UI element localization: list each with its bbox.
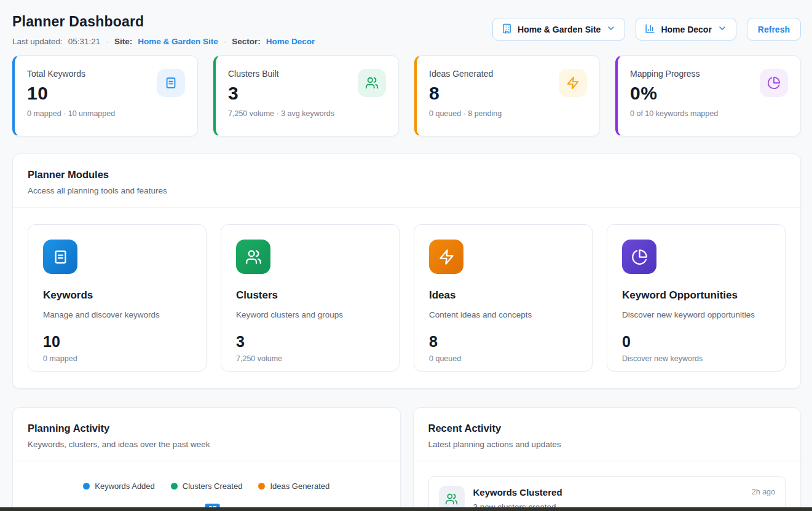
- stat-label: Mapping Progress: [630, 69, 718, 79]
- meta-separator: ·: [224, 37, 227, 46]
- stat-subtext: 7,250 volume · 3 avg keywords: [228, 109, 334, 118]
- building-icon: [502, 23, 512, 36]
- page-header: Planner Dashboard Last updated: 05:31:21…: [12, 12, 801, 46]
- module-description: Discover new keyword opportunities: [622, 310, 770, 319]
- site-selector-value: Home & Garden Site: [518, 25, 601, 34]
- stat-subtext: 0 queued · 8 pending: [429, 109, 502, 118]
- activity-item-keywords-clustered: Keywords Clustered 3 new clusters create…: [428, 476, 786, 511]
- last-updated-label: Last updated:: [12, 37, 63, 46]
- recent-activity-subtitle: Latest planning actions and updates: [428, 440, 786, 449]
- taskbar-edge: [0, 507, 812, 511]
- module-value: 10: [43, 333, 191, 351]
- stats-row: Total Keywords 10 0 mapped · 10 unmapped…: [12, 55, 801, 136]
- legend-dot-orange: [258, 483, 265, 490]
- pie-chart-icon: [622, 240, 656, 274]
- stat-value: 8: [429, 83, 502, 104]
- stat-card-clusters-built: Clusters Built 3 7,250 volume · 3 avg ke…: [213, 55, 399, 136]
- legend-label: Ideas Generated: [270, 482, 329, 491]
- module-value: 3: [236, 333, 384, 351]
- module-title: Keyword Opportunities: [622, 289, 770, 302]
- site-selector-dropdown[interactable]: Home & Garden Site: [492, 18, 625, 41]
- chevron-down-icon: [606, 23, 616, 35]
- module-description: Manage and discover keywords: [43, 310, 191, 319]
- header-meta: Last updated: 05:31:21 · Site: Home & Ga…: [12, 37, 315, 46]
- stat-card-total-keywords: Total Keywords 10 0 mapped · 10 unmapped: [12, 55, 198, 136]
- legend-item-keywords-added: Keywords Added: [83, 482, 155, 491]
- site-label: Site:: [114, 37, 132, 46]
- module-subtext: Discover new keywords: [622, 354, 770, 363]
- modules-title: Planner Modules: [28, 169, 786, 181]
- stat-value: 0%: [630, 83, 718, 104]
- modules-subtitle: Access all planning tools and features: [28, 186, 786, 195]
- module-value: 0: [622, 333, 770, 351]
- module-value: 8: [429, 333, 577, 351]
- header-left: Planner Dashboard Last updated: 05:31:21…: [12, 12, 315, 46]
- stat-card-ideas-generated: Ideas Generated 8 0 queued · 8 pending: [414, 55, 600, 136]
- users-icon: [358, 69, 386, 97]
- legend-label: Clusters Created: [183, 482, 243, 491]
- module-title: Clusters: [236, 289, 384, 302]
- stat-card-mapping-progress: Mapping Progress 0% 0 of 10 keywords map…: [615, 55, 801, 136]
- legend-label: Keywords Added: [95, 482, 155, 491]
- recent-activity-panel: Recent Activity Latest planning actions …: [413, 407, 802, 511]
- recent-activity-header: Recent Activity Latest planning actions …: [414, 408, 801, 461]
- legend-dot-green: [171, 483, 178, 490]
- page-title: Planner Dashboard: [12, 14, 315, 30]
- stat-label: Total Keywords: [27, 69, 115, 79]
- legend-dot-blue: [83, 483, 90, 490]
- stat-value: 3: [228, 83, 334, 104]
- zap-icon: [559, 69, 587, 97]
- module-title: Keywords: [43, 289, 191, 302]
- legend-item-ideas-generated: Ideas Generated: [258, 482, 329, 491]
- stat-subtext: 0 of 10 keywords mapped: [630, 109, 718, 118]
- module-card-keywords[interactable]: Keywords Manage and discover keywords 10…: [28, 224, 207, 372]
- module-title: Ideas: [429, 289, 577, 302]
- module-card-clusters[interactable]: Clusters Keyword clusters and groups 3 7…: [221, 224, 400, 372]
- planner-dashboard-page: Planner Dashboard Last updated: 05:31:21…: [0, 0, 812, 511]
- sector-link[interactable]: Home Decor: [266, 37, 315, 46]
- bottom-row: Planning Activity Keywords, clusters, an…: [12, 407, 801, 511]
- planning-activity-panel: Planning Activity Keywords, clusters, an…: [12, 407, 401, 511]
- site-link[interactable]: Home & Garden Site: [138, 37, 218, 46]
- sector-label: Sector:: [232, 37, 261, 46]
- recent-activity-title: Recent Activity: [428, 423, 786, 434]
- planning-activity-title: Planning Activity: [28, 423, 385, 434]
- module-description: Keyword clusters and groups: [236, 310, 384, 319]
- planning-activity-header: Planning Activity Keywords, clusters, an…: [13, 408, 400, 461]
- module-card-keyword-opportunities[interactable]: Keyword Opportunities Discover new keywo…: [607, 224, 786, 372]
- module-subtext: 0 mapped: [43, 354, 191, 363]
- header-controls: Home & Garden Site Home Decor Refresh: [492, 18, 801, 41]
- sector-selector-dropdown[interactable]: Home Decor: [636, 18, 736, 41]
- chart-legend: Keywords Added Clusters Created Ideas Ge…: [13, 482, 400, 491]
- legend-item-clusters-created: Clusters Created: [171, 482, 243, 491]
- module-card-ideas[interactable]: Ideas Content ideas and concepts 8 0 que…: [414, 224, 593, 372]
- modules-header: Planner Modules Access all planning tool…: [13, 154, 800, 208]
- activity-timestamp: 2h ago: [752, 488, 775, 496]
- module-description: Content ideas and concepts: [429, 310, 577, 319]
- stat-subtext: 0 mapped · 10 unmapped: [27, 109, 115, 118]
- file-lines-icon: [43, 240, 77, 274]
- last-updated-value: 05:31:21: [68, 37, 101, 46]
- stat-label: Clusters Built: [228, 69, 334, 79]
- zap-icon: [429, 240, 463, 274]
- meta-separator: ·: [106, 37, 109, 46]
- module-subtext: 0 queued: [429, 354, 577, 363]
- chevron-down-icon: [717, 23, 727, 35]
- sector-selector-value: Home Decor: [661, 25, 711, 34]
- module-subtext: 7,250 volume: [236, 354, 384, 363]
- activity-title: Keywords Clustered: [473, 487, 743, 497]
- modules-grid: Keywords Manage and discover keywords 10…: [13, 208, 800, 388]
- activity-list: Keywords Clustered 3 new clusters create…: [414, 461, 801, 511]
- stat-value: 10: [27, 83, 115, 104]
- pie-chart-icon: [760, 69, 788, 97]
- bar-chart-icon: [645, 23, 655, 36]
- file-lines-icon: [157, 69, 185, 97]
- planner-modules-panel: Planner Modules Access all planning tool…: [12, 154, 801, 389]
- planning-activity-subtitle: Keywords, clusters, and ideas over the p…: [28, 440, 385, 449]
- refresh-button[interactable]: Refresh: [747, 18, 801, 41]
- stat-label: Ideas Generated: [429, 69, 502, 79]
- users-icon: [236, 240, 270, 274]
